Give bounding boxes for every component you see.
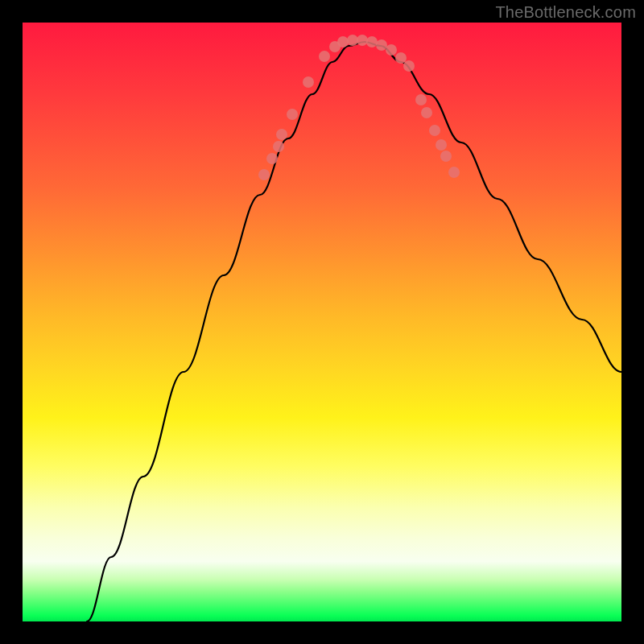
data-dots bbox=[258, 35, 460, 180]
curve-svg bbox=[23, 23, 621, 621]
data-dot bbox=[319, 51, 330, 62]
data-dot bbox=[366, 36, 378, 47]
data-dot bbox=[448, 167, 460, 178]
data-dot bbox=[376, 39, 387, 51]
bottleneck-curve bbox=[87, 42, 621, 621]
data-dot bbox=[440, 151, 452, 162]
data-dot bbox=[337, 36, 349, 47]
data-dot bbox=[266, 153, 278, 164]
watermark-text: TheBottleneck.com bbox=[495, 3, 636, 22]
data-dot bbox=[357, 35, 368, 46]
plot-area bbox=[23, 23, 621, 621]
data-dot bbox=[258, 169, 270, 180]
data-dot bbox=[287, 109, 298, 120]
data-dot bbox=[273, 141, 284, 152]
data-dot bbox=[421, 107, 432, 118]
data-dot bbox=[303, 76, 314, 88]
data-dot bbox=[386, 44, 397, 56]
data-dot bbox=[403, 60, 415, 72]
data-dot bbox=[415, 94, 427, 105]
data-dot bbox=[276, 129, 287, 140]
data-dot bbox=[429, 125, 440, 136]
chart-frame: TheBottleneck.com bbox=[0, 0, 644, 644]
data-dot bbox=[395, 52, 407, 64]
data-dot bbox=[347, 35, 358, 46]
data-dot bbox=[436, 139, 447, 151]
